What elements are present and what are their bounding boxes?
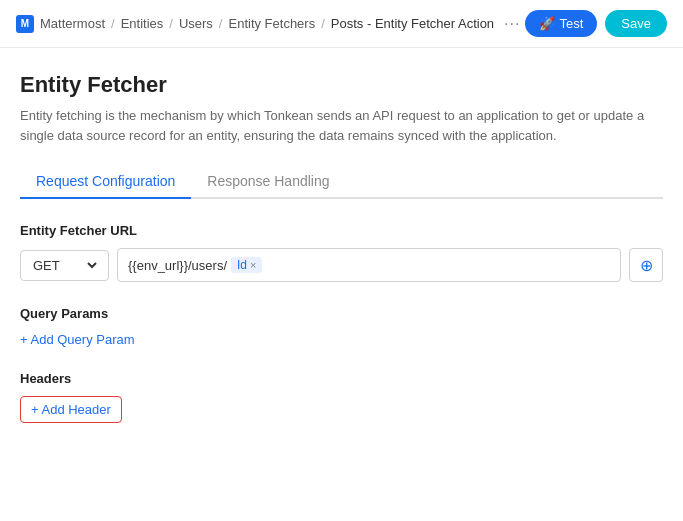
breadcrumb-sep-3: /	[219, 16, 223, 31]
url-tag: Id ×	[231, 257, 262, 273]
breadcrumb-area: M Mattermost / Entities / Users / Entity…	[16, 15, 525, 33]
breadcrumb-entities[interactable]: Entities	[121, 16, 164, 31]
method-select[interactable]: GET POST PUT DELETE PATCH	[20, 250, 109, 281]
breadcrumb-users[interactable]: Users	[179, 16, 213, 31]
headers-label: Headers	[20, 371, 663, 386]
breadcrumb-sep-4: /	[321, 16, 325, 31]
url-section-label: Entity Fetcher URL	[20, 223, 663, 238]
url-row: GET POST PUT DELETE PATCH {{env_url}}/us…	[20, 248, 663, 282]
tab-request-configuration[interactable]: Request Configuration	[20, 165, 191, 199]
save-button[interactable]: Save	[605, 10, 667, 37]
breadcrumb-sep-1: /	[111, 16, 115, 31]
url-prefix-text: {{env_url}}/users/	[128, 258, 227, 273]
topbar: M Mattermost / Entities / Users / Entity…	[0, 0, 683, 48]
main-content: Entity Fetcher Entity fetching is the me…	[0, 48, 683, 467]
add-header-button[interactable]: + Add Header	[20, 396, 122, 423]
page-description: Entity fetching is the mechanism by whic…	[20, 106, 663, 145]
method-dropdown[interactable]: GET POST PUT DELETE PATCH	[29, 257, 100, 274]
test-button[interactable]: 🚀 Test	[525, 10, 598, 37]
topbar-actions: 🚀 Test Save	[525, 10, 667, 37]
url-section: Entity Fetcher URL GET POST PUT DELETE P…	[20, 223, 663, 282]
page-title: Entity Fetcher	[20, 72, 663, 98]
test-button-label: Test	[560, 16, 584, 31]
add-query-param-button[interactable]: + Add Query Param	[20, 332, 135, 347]
url-tag-label: Id	[237, 258, 247, 272]
rocket-icon: 🚀	[539, 16, 555, 31]
url-input[interactable]: {{env_url}}/users/ Id ×	[117, 248, 621, 282]
add-icon: ⊕	[640, 256, 653, 275]
breadcrumb-entity-fetchers[interactable]: Entity Fetchers	[228, 16, 315, 31]
tabs: Request Configuration Response Handling	[20, 165, 663, 199]
query-params-section: Query Params + Add Query Param	[20, 306, 663, 347]
breadcrumb-sep-2: /	[169, 16, 173, 31]
query-params-label: Query Params	[20, 306, 663, 321]
headers-section: Headers + Add Header	[20, 371, 663, 423]
more-options-icon[interactable]: ···	[504, 15, 520, 33]
breadcrumb-mattermost[interactable]: Mattermost	[40, 16, 105, 31]
url-tag-close-icon[interactable]: ×	[250, 260, 256, 271]
tab-response-handling[interactable]: Response Handling	[191, 165, 345, 199]
breadcrumb-current: Posts - Entity Fetcher Action	[331, 16, 494, 31]
logo-icon: M	[16, 15, 34, 33]
add-variable-button[interactable]: ⊕	[629, 248, 663, 282]
